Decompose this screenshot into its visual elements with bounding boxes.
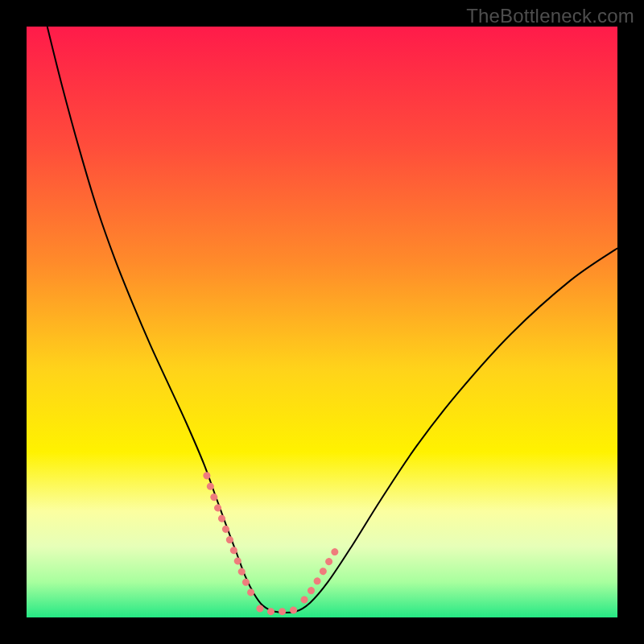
plot-area — [27, 27, 617, 617]
chart-stage: TheBottleneck.com — [0, 0, 644, 644]
gradient-background — [27, 27, 617, 617]
chart-svg — [27, 27, 617, 617]
watermark-text: TheBottleneck.com — [466, 5, 634, 27]
